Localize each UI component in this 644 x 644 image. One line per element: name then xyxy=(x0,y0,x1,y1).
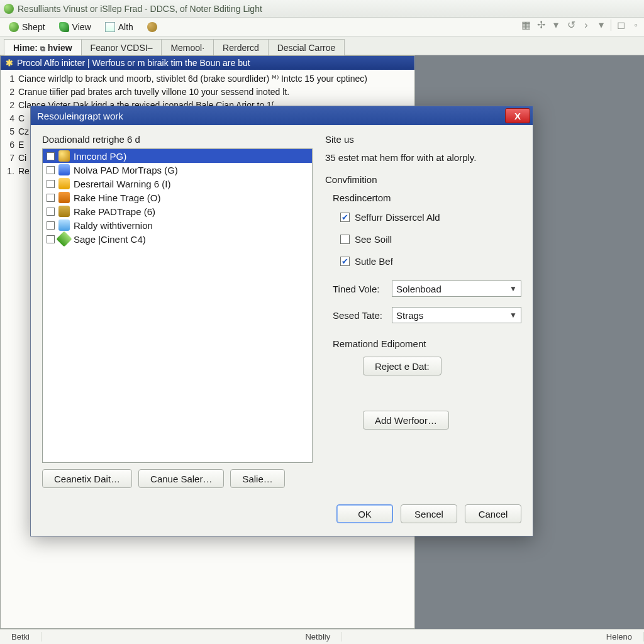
item-listbox[interactable]: Inncond PG) Nolva PAD MorTraps (G) Desre… xyxy=(42,148,313,463)
checkbox-icon[interactable] xyxy=(47,221,55,230)
module-icon xyxy=(56,231,72,247)
tab-feanor[interactable]: Feanor VCDSI– xyxy=(81,39,162,55)
menu-label: Alth xyxy=(118,22,133,32)
list-item[interactable]: Rake Hine Trage (O) xyxy=(43,191,312,204)
list-item-label: Sage |Cinent C4) xyxy=(74,234,146,245)
dialog-right-panel: Site us 35 estet mat hem ffor with at al… xyxy=(325,134,521,488)
canue-button[interactable]: Canue Saler… xyxy=(138,469,224,488)
add-werfoot-button[interactable]: Add Werfoor… xyxy=(363,411,449,430)
bolt-icon: ✱ xyxy=(6,58,13,68)
check-row: Seffurr Dissercel Ald xyxy=(340,212,521,223)
checkbox-icon[interactable] xyxy=(47,235,55,243)
combo-value: Strags xyxy=(396,310,423,321)
menu-label: View xyxy=(72,22,91,32)
tab-label: Hime: xyxy=(13,43,38,53)
tool-window-icon[interactable]: ◻ xyxy=(615,19,626,31)
list-item-label: Nolva PAD MorTraps (G) xyxy=(74,165,178,175)
ok-button[interactable]: OK xyxy=(336,504,393,523)
list-item-label: Desrertail Warning 6 (I) xyxy=(74,179,170,189)
tool-add-icon[interactable]: ✢ xyxy=(535,19,547,31)
menu-alth[interactable]: Alth xyxy=(99,20,140,34)
tool-refresh-icon[interactable]: ↺ xyxy=(565,19,577,31)
checkbox-icon[interactable] xyxy=(47,180,55,188)
list-item-label: Inncond PG) xyxy=(74,151,126,162)
confirmation-label: Convfimition xyxy=(325,174,521,185)
list-item[interactable]: Desrertail Warning 6 (I) xyxy=(43,177,312,191)
list-item[interactable]: Rake PADTrape (6) xyxy=(43,204,312,218)
tabs-row: Hime: ⧉ hview Feanor VCDSI– Memool· Rerd… xyxy=(0,36,644,55)
sesed-combobox[interactable]: Strags ▼ xyxy=(392,307,521,323)
dialog-footer: OK Sencel Cancel xyxy=(31,493,533,536)
tool-more-icon[interactable]: ▾ xyxy=(596,19,607,31)
checkbox[interactable] xyxy=(340,235,350,244)
document-header: ✱ Procol Alfo inicter | Werfous or m bir… xyxy=(1,56,414,70)
salie-button[interactable]: Salie… xyxy=(230,469,284,488)
list-item-label: Rake PADTrape (6) xyxy=(74,206,155,217)
line-text: E xyxy=(18,138,24,152)
checkbox-icon[interactable] xyxy=(47,166,55,174)
line-text: Ciance wirldlp to brack und moorb, stivi… xyxy=(18,72,367,86)
checkbox-icon[interactable] xyxy=(47,152,55,160)
chevron-down-icon: ▼ xyxy=(509,311,517,319)
line-text: Ci xyxy=(18,152,26,165)
checkbox-label: Sutle Bef xyxy=(355,256,393,267)
left-button-row: Ceanetix Dait… Canue Saler… Salie… xyxy=(42,469,313,488)
right-panel-heading: Site us xyxy=(325,134,521,145)
tab-label: Descial Carroe xyxy=(277,43,336,53)
line-text: Re xyxy=(18,165,30,178)
line-number: 1. xyxy=(6,165,14,178)
tab-label: Rerdercd xyxy=(223,43,259,53)
dialog: Resouleingrapt work X Doadionald retrigh… xyxy=(30,106,533,536)
leaf-icon xyxy=(59,22,69,32)
dialog-body: Doadionald retrighe 6 d Inncond PG) Nolv… xyxy=(31,125,533,493)
resd-label: Resdincertom xyxy=(333,192,521,203)
tab-rerdercd[interactable]: Rerdercd xyxy=(213,39,269,55)
tool-help-icon[interactable]: ◦ xyxy=(630,19,641,31)
check-row: See Soill xyxy=(340,234,521,245)
line-number: 1 xyxy=(6,72,14,86)
line-number: 2 xyxy=(6,99,14,112)
tined-combobox[interactable]: Solenboad ▼ xyxy=(392,280,521,297)
cancel-button[interactable]: Cancel xyxy=(465,504,521,523)
list-item[interactable]: Inncond PG) xyxy=(43,149,312,163)
tab-home[interactable]: Hime: ⧉ hview xyxy=(4,39,82,55)
checkbox-label: See Soill xyxy=(355,234,392,245)
dialog-titlebar[interactable]: Resouleingrapt work X xyxy=(31,106,533,125)
menu-shept[interactable]: Shept xyxy=(3,20,52,34)
status-cell: Betki xyxy=(0,632,42,641)
tab-descial[interactable]: Descial Carroe xyxy=(268,39,345,55)
separator xyxy=(611,19,611,31)
close-button[interactable]: X xyxy=(505,108,530,123)
tool-dropdown-icon[interactable]: ▾ xyxy=(550,19,562,31)
doc-line: 2Cranue tiifier pad brates arch tuvelly … xyxy=(6,86,409,99)
module-icon xyxy=(58,164,70,175)
remationd-label: Remationd Edipoment xyxy=(333,338,521,349)
module-icon xyxy=(58,150,70,162)
checkbox-icon[interactable] xyxy=(47,194,55,202)
tool-next-icon[interactable]: › xyxy=(580,19,592,31)
dialog-left-panel: Doadionald retrighe 6 d Inncond PG) Nolv… xyxy=(42,134,313,488)
checkbox[interactable] xyxy=(340,257,350,266)
menu-extra[interactable] xyxy=(141,20,164,34)
checkbox[interactable] xyxy=(340,213,350,222)
combo-value: Solenboad xyxy=(396,284,441,294)
tab-suffix: hview xyxy=(48,43,72,53)
sencel-button[interactable]: Sencel xyxy=(401,504,457,523)
reject-button[interactable]: Reject e Dat: xyxy=(363,357,441,375)
tool-grid-icon[interactable]: ▦ xyxy=(520,19,531,31)
status-cell: Netbliy xyxy=(294,632,342,641)
tab-memool[interactable]: Memool· xyxy=(161,39,214,55)
document-header-text: Procol Alfo inicter | Werfous or m birai… xyxy=(17,58,250,68)
list-item[interactable]: Sage |Cinent C4) xyxy=(43,232,312,246)
line-number: 6 xyxy=(6,138,14,152)
module-icon xyxy=(58,219,70,231)
ceanetix-button[interactable]: Ceanetix Dait… xyxy=(42,469,132,488)
checkbox-icon[interactable] xyxy=(47,208,55,216)
list-item[interactable]: Raldy withtivernion xyxy=(43,218,312,232)
app-icon xyxy=(4,4,14,14)
menu-view[interactable]: View xyxy=(53,20,97,34)
document-icon xyxy=(105,22,115,32)
list-item[interactable]: Nolva PAD MorTraps (G) xyxy=(43,163,312,177)
toolbar-right: ▦ ✢ ▾ ↺ › ▾ ◻ ◦ xyxy=(520,19,641,31)
tab-label: Memool· xyxy=(170,43,204,53)
